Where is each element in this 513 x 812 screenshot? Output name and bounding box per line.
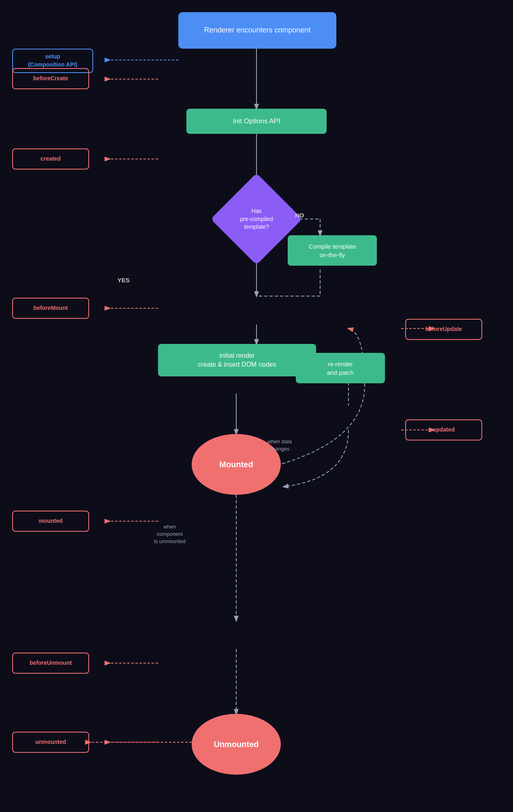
- before-unmount-box: beforeUnmount: [12, 653, 89, 674]
- unmounted-circle: Unmounted: [192, 714, 281, 775]
- rerender-patch-box: re-renderand patch: [296, 353, 385, 383]
- initial-render-box: initial rendercreate & insert DOM nodes: [158, 344, 316, 376]
- diamond-text: Haspre-compiledtemplate?: [215, 190, 298, 249]
- updated-box: updated: [405, 419, 482, 440]
- init-options-box: Init Options API: [186, 109, 327, 134]
- before-create-box: beforeCreate: [12, 68, 89, 89]
- when-data-changes-label: when datachanges: [267, 438, 292, 453]
- renderer-box: Renderer encounters component: [178, 12, 336, 49]
- before-mount-box: beforeMount: [12, 298, 89, 319]
- no-label: NO: [295, 211, 304, 219]
- diagram-container: Renderer encounters component setup(Comp…: [0, 0, 513, 812]
- compile-template-box: Compile templateon-the-fly: [288, 235, 377, 266]
- created-box: created: [12, 148, 89, 170]
- mounted-box: mounted: [12, 511, 89, 532]
- before-update-box: beforeUpdate: [405, 319, 482, 340]
- when-unmounted-label: whencomponentis unmounted: [154, 523, 186, 546]
- unmounted-box: unmounted: [12, 732, 89, 753]
- yes-label: YES: [118, 276, 130, 284]
